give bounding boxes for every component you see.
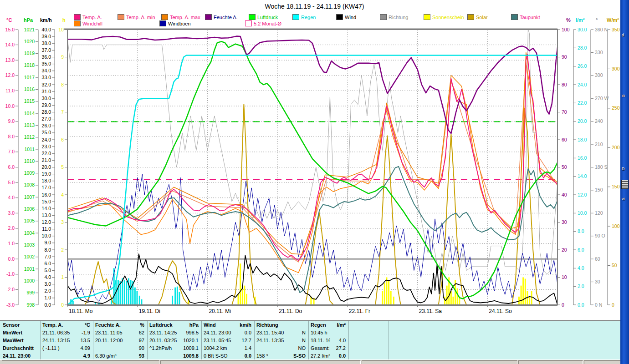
table-column-unit: km/h <box>235 321 251 329</box>
series-line-feuchte-a- <box>67 36 557 134</box>
table-value-cell: 1009.8 <box>178 352 199 360</box>
axis-label-lm2: 18.0 <box>578 137 587 142</box>
axis-label-h: 10 <box>58 27 64 32</box>
status-bar <box>0 359 620 364</box>
table-value-cell: 90 <box>123 344 144 352</box>
axis-label-hPa: 1005 <box>24 218 35 223</box>
status-bar-segment <box>584 360 620 364</box>
series-bar-regen-intervall <box>126 281 127 305</box>
axis-label-kmh: 30.0 <box>42 96 51 101</box>
series-bar-sonnenschein <box>388 280 389 305</box>
series-line-temp-a- <box>67 54 557 261</box>
desktop-icon-label[interactable]: D <box>622 167 625 171</box>
axis-label-pct: 90 <box>562 54 567 60</box>
series-bar-sonnenschein <box>384 283 385 305</box>
axis-label-hPa: 1003 <box>24 242 35 248</box>
axis-label-pct: 0 <box>562 302 564 308</box>
axis-label-hPa: 1000 <box>24 278 35 283</box>
x-axis-day-label: 24.11. So <box>489 308 512 314</box>
axis-label-kmh: 2.0 <box>44 288 51 293</box>
axis-label-kmh: 25.0 <box>42 130 51 135</box>
axis-label-hPa: 1004 <box>24 230 35 236</box>
axis-label-kmh: 3.0 <box>44 281 51 287</box>
axis-label-deg: 60 <box>595 256 600 262</box>
axis-label-hPa: 1014 <box>24 111 35 116</box>
axis-label-C: 9.0 <box>8 118 15 124</box>
axis-label-wm2: 300 <box>612 66 620 71</box>
desktop-icon-label[interactable]: in <box>622 93 625 98</box>
axis-label-hPa: 1015 <box>24 98 35 104</box>
weather-week-chart[interactable]: 15.014.013.012.011.010.09.08.07.06.05.04… <box>0 0 629 318</box>
axis-label-lm2: 12.0 <box>578 192 587 197</box>
axis-label-kmh: 36.0 <box>42 54 51 60</box>
axis-label-kmh: 15.0 <box>42 199 51 204</box>
table-value-cell: 97 <box>123 337 144 344</box>
table-column-unit: hPa <box>182 321 199 329</box>
table-row-label: Sensor <box>3 321 39 329</box>
series-bar-regen-intervall <box>130 280 132 305</box>
desktop-background-strip[interactable]: dinDvi <box>620 0 629 364</box>
axis-label-kmh: 29.0 <box>42 102 51 108</box>
axis-label-kmh: 22.0 <box>42 151 51 156</box>
table-value-cell: 998.5 <box>178 329 199 337</box>
table-value-cell: 4.09 <box>69 344 90 352</box>
axis-label-kmh: 9.0 <box>44 240 51 245</box>
axis-label-C: 2.0 <box>8 225 15 231</box>
axis-label-kmh: 33.0 <box>42 75 51 80</box>
axis-label-pct: 100 <box>562 27 570 32</box>
desktop-icon[interactable] <box>621 180 629 189</box>
series-bar-sonnenschein <box>393 297 394 305</box>
axis-label-C: -2.0 <box>6 287 15 292</box>
series-bar-sonnenschein <box>240 263 241 305</box>
statistics-table: SensorMinWertMaxWertDurchschnitt24.11. 2… <box>0 320 620 360</box>
axis-label-C: 1.0 <box>8 241 15 246</box>
axis-label-kmh: 12.0 <box>42 219 51 225</box>
series-bar-sonnenschein <box>452 297 454 305</box>
series-line-wind <box>67 254 557 305</box>
series-bar-regen-intervall <box>141 299 142 305</box>
axis-label-C: 10.0 <box>5 103 15 109</box>
axis-label-lm2: 0.0 <box>578 302 584 308</box>
axis-label-deg: 210 <box>595 142 603 147</box>
axis-label-wm2: 200 <box>612 145 620 150</box>
axis-label-hPa: 1017 <box>24 75 35 80</box>
axis-label-kmh: 28.0 <box>42 109 51 115</box>
axis-label-lm2: 14.0 <box>578 173 587 179</box>
axis-label-C: 6.0 <box>8 164 15 170</box>
axis-label-wm2: 250 <box>612 105 620 111</box>
series-line-regen-summe <box>67 56 557 305</box>
table-value-cell: 1020.1 <box>178 337 199 344</box>
series-bar-sonnenschein <box>450 291 452 305</box>
status-bar-segment <box>160 360 361 364</box>
series-bar-sonnenschein <box>525 279 526 305</box>
axis-label-pct: 50 <box>562 164 567 170</box>
table-value-cell: 0.0 <box>325 352 346 360</box>
table-value-cell: S-SO <box>285 352 306 360</box>
axis-label-kmh: 40.0 <box>42 27 51 32</box>
axis-label-kmh: 32.0 <box>42 82 51 87</box>
table-value-cell: N <box>285 337 306 344</box>
axis-label-hPa: 1018 <box>24 62 35 68</box>
axis-label-deg: 300 <box>595 72 603 78</box>
axis-label-wm2: 50 <box>612 263 617 268</box>
axis-label-hPa: 1008 <box>24 182 35 187</box>
desktop-icon-label[interactable]: vi <box>622 197 625 201</box>
axis-label-pct: 70 <box>562 109 567 115</box>
table-value-cell: N <box>285 329 306 337</box>
axis-label-hPa: 1006 <box>24 206 35 212</box>
table-column-header: Wind <box>204 321 238 329</box>
axis-label-hPa: 1021 <box>24 27 35 32</box>
axis-label-lm2: 4.0 <box>578 265 584 271</box>
series-bar-regen-intervall <box>72 301 74 305</box>
axis-label-C: -3.0 <box>6 302 15 308</box>
series-line-windchill <box>67 63 557 273</box>
weather-app-window: Woche 18.11.19 - 24.11.19 (KW47) Temp. A… <box>0 0 629 364</box>
axis-label-wm2: 150 <box>612 184 620 189</box>
table-row-label: Durchschnitt <box>3 344 39 352</box>
axis-label-deg: 240 <box>595 118 603 124</box>
series-bar-sonnenschein <box>244 286 245 305</box>
desktop-icon-label[interactable]: d <box>622 33 624 37</box>
axis-label-hPa: 1011 <box>24 147 35 152</box>
axis-label-wm2: 0 <box>612 302 614 308</box>
axis-label-wm2: 100 <box>612 223 620 229</box>
